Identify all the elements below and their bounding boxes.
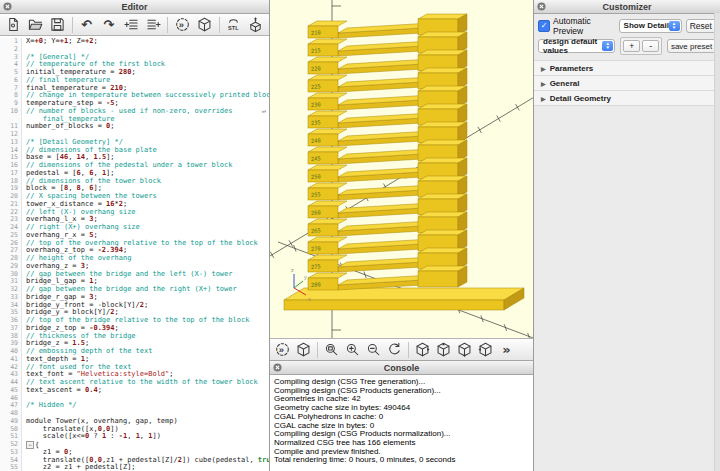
editor-close-icon[interactable] bbox=[3, 2, 12, 11]
section-parameters[interactable]: ▶Parameters bbox=[534, 60, 720, 75]
zoom-all-icon bbox=[324, 342, 339, 357]
tower-temperature-label: 230 bbox=[311, 101, 321, 108]
view-bottom-button[interactable] bbox=[454, 340, 475, 360]
viewport-toolbar: »» bbox=[270, 338, 533, 360]
section-detail-geometry[interactable]: ▶Detail Geometry bbox=[534, 90, 720, 106]
view-bottom-icon bbox=[457, 342, 472, 357]
undo-icon: ↶ bbox=[81, 18, 92, 31]
code-line[interactable]: 55 z2 = z1 + pedestal[Z]; bbox=[0, 464, 269, 471]
preset-select[interactable]: design default values ▲▼ bbox=[538, 39, 615, 53]
viewport-3d[interactable]: 2102152202252302352402452502552602652702… bbox=[270, 0, 533, 338]
line-number: 7 bbox=[0, 85, 22, 93]
more-button[interactable]: » bbox=[496, 340, 517, 360]
zoom-all-button[interactable] bbox=[321, 340, 342, 360]
tower-temperature-label: 265 bbox=[311, 227, 321, 234]
preview-icon: » bbox=[175, 17, 190, 32]
tower-temperature-label: 240 bbox=[311, 137, 321, 144]
tower-temperature-label: 225 bbox=[311, 83, 321, 90]
chevron-right-icon: ▶ bbox=[541, 80, 546, 87]
view-left-button[interactable] bbox=[475, 340, 496, 360]
code-text: text_ascent = 0.4; bbox=[22, 387, 102, 395]
tower-temperature-label: 280 bbox=[311, 281, 321, 288]
zoom-in-button[interactable] bbox=[342, 340, 363, 360]
customizer-titlebar: Customizer bbox=[534, 0, 720, 14]
reset-view-icon bbox=[387, 342, 402, 357]
section-general[interactable]: ▶General bbox=[534, 75, 720, 90]
console-titlebar: Console bbox=[270, 361, 533, 375]
preview-icon: » bbox=[275, 342, 290, 357]
automatic-preview-checkbox[interactable]: ✓ bbox=[538, 20, 550, 32]
reset-view-button[interactable] bbox=[384, 340, 405, 360]
remove-preset-button[interactable]: - bbox=[642, 40, 659, 52]
customizer-close-icon[interactable] bbox=[537, 2, 546, 11]
open-file-button[interactable] bbox=[24, 15, 46, 35]
view-top-button[interactable] bbox=[433, 340, 454, 360]
editor-toolbar: ↶↷»STL bbox=[0, 14, 269, 36]
code-text: X=+0; Y=+1; Z=+2; bbox=[22, 38, 98, 46]
view-right-button[interactable] bbox=[412, 340, 433, 360]
render-icon bbox=[296, 342, 311, 357]
code-text: scale([x<=0 ? 1 : -1, 1, 1]) bbox=[22, 433, 161, 441]
tower-temperature-label: 255 bbox=[311, 191, 321, 198]
toolbar-separator bbox=[219, 17, 220, 33]
zoom-in-icon bbox=[345, 342, 360, 357]
code-line[interactable]: 1X=+0; Y=+1; Z=+2; bbox=[0, 38, 269, 46]
redo-button[interactable]: ↷ bbox=[98, 15, 120, 35]
print-3d-icon bbox=[248, 17, 263, 32]
editor-titlebar: Editor bbox=[0, 0, 269, 14]
code-editor[interactable]: 1X=+0; Y=+1; Z=+2;23/* [General] */4// t… bbox=[0, 36, 269, 471]
svg-text:STL: STL bbox=[228, 25, 239, 31]
code-line[interactable]: 11number_of_blocks = 0; bbox=[0, 123, 269, 131]
zoom-out-button[interactable] bbox=[363, 340, 384, 360]
tower-temperature-label: 220 bbox=[311, 65, 321, 72]
tower-temperature-label: 270 bbox=[311, 245, 321, 252]
code-line[interactable]: 51 scale([x<=0 ? 1 : -1, 1, 1]) bbox=[0, 433, 269, 441]
new-file-icon bbox=[6, 17, 21, 32]
toolbar-separator bbox=[408, 342, 409, 358]
line-number: 2 bbox=[0, 46, 22, 54]
preview-button[interactable]: » bbox=[272, 340, 293, 360]
add-preset-button[interactable]: + bbox=[623, 40, 640, 52]
svg-text:y: y bbox=[304, 274, 307, 280]
customizer-scrollbar[interactable] bbox=[714, 13, 720, 471]
code-line[interactable]: 45text_ascent = 0.4; bbox=[0, 387, 269, 395]
undo-button[interactable]: ↶ bbox=[76, 15, 98, 35]
tower-model-scene: 2102152202252302352402452502552602652702… bbox=[270, 0, 533, 338]
render-icon bbox=[197, 17, 212, 32]
tower-temperature-label: 275 bbox=[311, 263, 321, 270]
svg-text:x: x bbox=[308, 296, 311, 302]
save-file-button[interactable] bbox=[46, 15, 68, 35]
view-top-icon bbox=[436, 342, 451, 357]
code-line[interactable]: 47/* Hidden */ bbox=[0, 402, 269, 410]
console-output[interactable]: Compiling design (CSG Tree generation)..… bbox=[270, 375, 533, 468]
line-number: 5 bbox=[0, 69, 22, 77]
view-left-icon bbox=[478, 342, 493, 357]
redo-icon: ↷ bbox=[103, 18, 114, 31]
svg-text:»: » bbox=[279, 345, 284, 355]
render-button[interactable] bbox=[194, 15, 216, 35]
render-button[interactable] bbox=[293, 340, 314, 360]
detail-level-select[interactable]: Show Details ▲▼ bbox=[619, 19, 682, 33]
export-stl-button[interactable]: STL bbox=[223, 15, 245, 35]
reset-button[interactable]: Reset bbox=[686, 19, 716, 33]
editor-panel: Editor ↶↷»STL 1X=+0; Y=+1; Z=+2;23/* [Ge… bbox=[0, 0, 270, 471]
indent-button[interactable] bbox=[142, 15, 164, 35]
line-number: 1 bbox=[0, 38, 22, 46]
save-file-icon bbox=[50, 17, 65, 32]
chevron-right-icon: ▶ bbox=[541, 95, 546, 102]
svg-text:z: z bbox=[291, 267, 294, 273]
customizer-title: Customizer bbox=[602, 2, 651, 12]
save-preset-button[interactable]: save preset bbox=[667, 39, 716, 53]
line-number: 55 bbox=[0, 464, 22, 471]
code-text: /* Hidden */ bbox=[22, 402, 77, 410]
unindent-icon bbox=[124, 17, 139, 32]
tower-temperature-label: 250 bbox=[311, 173, 321, 180]
unindent-button[interactable] bbox=[120, 15, 142, 35]
preview-button[interactable]: » bbox=[171, 15, 193, 35]
code-text: z2 = z1 + pedestal[Z]; bbox=[22, 464, 136, 471]
code-text: number_of_blocks = 0; bbox=[22, 123, 115, 131]
console-close-icon[interactable] bbox=[273, 363, 282, 372]
toolbar-separator bbox=[317, 342, 318, 358]
new-file-button[interactable] bbox=[2, 15, 24, 35]
print-3d-button[interactable] bbox=[245, 15, 267, 35]
